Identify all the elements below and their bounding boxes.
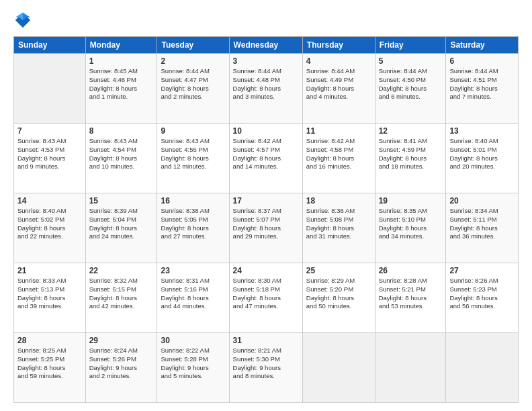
calendar-cell: 7Sunrise: 8:43 AM Sunset: 4:53 PM Daylig… bbox=[14, 124, 86, 193]
day-details: Sunrise: 8:43 AM Sunset: 4:53 PM Dayligh… bbox=[17, 137, 82, 171]
day-number: 22 bbox=[89, 266, 154, 275]
calendar-day-header: Wednesday bbox=[229, 37, 302, 54]
calendar-day-header: Friday bbox=[375, 37, 446, 54]
day-details: Sunrise: 8:41 AM Sunset: 4:59 PM Dayligh… bbox=[379, 137, 443, 171]
calendar-cell: 31Sunrise: 8:21 AM Sunset: 5:30 PM Dayli… bbox=[229, 333, 302, 403]
day-details: Sunrise: 8:44 AM Sunset: 4:51 PM Dayligh… bbox=[449, 67, 515, 101]
calendar-cell: 10Sunrise: 8:42 AM Sunset: 4:57 PM Dayli… bbox=[229, 124, 302, 193]
day-details: Sunrise: 8:42 AM Sunset: 4:57 PM Dayligh… bbox=[233, 137, 299, 171]
day-number: 26 bbox=[379, 266, 443, 275]
calendar-cell: 17Sunrise: 8:37 AM Sunset: 5:07 PM Dayli… bbox=[229, 193, 302, 263]
day-details: Sunrise: 8:43 AM Sunset: 4:54 PM Dayligh… bbox=[89, 137, 154, 171]
calendar-cell: 24Sunrise: 8:30 AM Sunset: 5:18 PM Dayli… bbox=[229, 263, 302, 333]
day-number: 24 bbox=[233, 266, 299, 275]
day-details: Sunrise: 8:21 AM Sunset: 5:30 PM Dayligh… bbox=[233, 347, 299, 381]
calendar-cell: 21Sunrise: 8:33 AM Sunset: 5:13 PM Dayli… bbox=[14, 263, 86, 333]
calendar-cell: 18Sunrise: 8:36 AM Sunset: 5:08 PM Dayli… bbox=[302, 193, 375, 263]
day-number: 8 bbox=[89, 126, 154, 136]
day-number: 30 bbox=[161, 336, 225, 345]
calendar-cell: 27Sunrise: 8:26 AM Sunset: 5:23 PM Dayli… bbox=[446, 263, 519, 333]
calendar-cell: 23Sunrise: 8:31 AM Sunset: 5:16 PM Dayli… bbox=[157, 263, 229, 333]
day-details: Sunrise: 8:39 AM Sunset: 5:04 PM Dayligh… bbox=[89, 207, 154, 241]
day-details: Sunrise: 8:33 AM Sunset: 5:13 PM Dayligh… bbox=[17, 277, 82, 311]
day-number: 19 bbox=[379, 196, 443, 205]
day-number: 6 bbox=[449, 56, 515, 66]
day-number: 5 bbox=[379, 56, 443, 66]
day-details: Sunrise: 8:31 AM Sunset: 5:16 PM Dayligh… bbox=[161, 277, 225, 311]
day-number: 13 bbox=[449, 126, 515, 136]
calendar-cell: 20Sunrise: 8:34 AM Sunset: 5:11 PM Dayli… bbox=[446, 193, 519, 263]
day-details: Sunrise: 8:37 AM Sunset: 5:07 PM Dayligh… bbox=[233, 207, 299, 241]
calendar-cell: 25Sunrise: 8:29 AM Sunset: 5:20 PM Dayli… bbox=[302, 263, 375, 333]
calendar-cell: 3Sunrise: 8:44 AM Sunset: 4:48 PM Daylig… bbox=[229, 54, 302, 124]
day-number: 18 bbox=[306, 196, 371, 205]
calendar-cell: 28Sunrise: 8:25 AM Sunset: 5:25 PM Dayli… bbox=[14, 333, 86, 403]
day-number: 4 bbox=[306, 56, 371, 66]
day-details: Sunrise: 8:45 AM Sunset: 4:46 PM Dayligh… bbox=[89, 67, 154, 101]
day-number: 31 bbox=[233, 336, 299, 345]
day-details: Sunrise: 8:44 AM Sunset: 4:47 PM Dayligh… bbox=[161, 67, 225, 101]
day-details: Sunrise: 8:44 AM Sunset: 4:50 PM Dayligh… bbox=[379, 67, 443, 101]
day-number: 15 bbox=[89, 196, 154, 205]
day-details: Sunrise: 8:42 AM Sunset: 4:58 PM Dayligh… bbox=[306, 137, 371, 171]
calendar-cell: 2Sunrise: 8:44 AM Sunset: 4:47 PM Daylig… bbox=[157, 54, 229, 124]
day-details: Sunrise: 8:44 AM Sunset: 4:48 PM Dayligh… bbox=[233, 67, 299, 101]
calendar-day-header: Saturday bbox=[446, 37, 519, 54]
day-details: Sunrise: 8:29 AM Sunset: 5:20 PM Dayligh… bbox=[306, 277, 371, 311]
day-details: Sunrise: 8:34 AM Sunset: 5:11 PM Dayligh… bbox=[449, 207, 515, 241]
day-details: Sunrise: 8:40 AM Sunset: 5:02 PM Dayligh… bbox=[17, 207, 82, 241]
calendar-cell: 4Sunrise: 8:44 AM Sunset: 4:49 PM Daylig… bbox=[302, 54, 375, 124]
day-number: 12 bbox=[379, 126, 443, 136]
day-details: Sunrise: 8:35 AM Sunset: 5:10 PM Dayligh… bbox=[379, 207, 443, 241]
day-number: 20 bbox=[449, 196, 515, 205]
calendar-header-row: SundayMondayTuesdayWednesdayThursdayFrid… bbox=[14, 37, 519, 54]
calendar-cell: 13Sunrise: 8:40 AM Sunset: 5:01 PM Dayli… bbox=[446, 124, 519, 193]
day-details: Sunrise: 8:22 AM Sunset: 5:28 PM Dayligh… bbox=[161, 347, 225, 381]
logo bbox=[13, 11, 35, 30]
day-number: 28 bbox=[17, 336, 82, 345]
day-number: 23 bbox=[161, 266, 225, 275]
day-number: 17 bbox=[233, 196, 299, 205]
calendar-cell: 15Sunrise: 8:39 AM Sunset: 5:04 PM Dayli… bbox=[85, 193, 157, 263]
calendar-week-row: 28Sunrise: 8:25 AM Sunset: 5:25 PM Dayli… bbox=[14, 333, 519, 403]
logo-icon bbox=[13, 11, 32, 30]
calendar-cell: 12Sunrise: 8:41 AM Sunset: 4:59 PM Dayli… bbox=[375, 124, 446, 193]
day-details: Sunrise: 8:38 AM Sunset: 5:05 PM Dayligh… bbox=[161, 207, 225, 241]
calendar-cell: 29Sunrise: 8:24 AM Sunset: 5:26 PM Dayli… bbox=[85, 333, 157, 403]
page-header bbox=[13, 11, 519, 30]
calendar-week-row: 1Sunrise: 8:45 AM Sunset: 4:46 PM Daylig… bbox=[14, 54, 519, 124]
calendar-cell: 6Sunrise: 8:44 AM Sunset: 4:51 PM Daylig… bbox=[446, 54, 519, 124]
day-number: 2 bbox=[161, 56, 225, 66]
day-number: 14 bbox=[17, 196, 82, 205]
day-number: 29 bbox=[89, 336, 154, 345]
day-number: 9 bbox=[161, 126, 225, 136]
day-details: Sunrise: 8:28 AM Sunset: 5:21 PM Dayligh… bbox=[379, 277, 443, 311]
day-number: 1 bbox=[89, 56, 154, 66]
day-details: Sunrise: 8:44 AM Sunset: 4:49 PM Dayligh… bbox=[306, 67, 371, 101]
calendar-cell: 8Sunrise: 8:43 AM Sunset: 4:54 PM Daylig… bbox=[85, 124, 157, 193]
day-details: Sunrise: 8:40 AM Sunset: 5:01 PM Dayligh… bbox=[449, 137, 515, 171]
day-number: 10 bbox=[233, 126, 299, 136]
day-number: 27 bbox=[449, 266, 515, 275]
day-details: Sunrise: 8:43 AM Sunset: 4:55 PM Dayligh… bbox=[161, 137, 225, 171]
calendar-cell: 26Sunrise: 8:28 AM Sunset: 5:21 PM Dayli… bbox=[375, 263, 446, 333]
day-details: Sunrise: 8:26 AM Sunset: 5:23 PM Dayligh… bbox=[449, 277, 515, 311]
calendar-cell: 5Sunrise: 8:44 AM Sunset: 4:50 PM Daylig… bbox=[375, 54, 446, 124]
calendar-day-header: Sunday bbox=[14, 37, 86, 54]
day-number: 3 bbox=[233, 56, 299, 66]
calendar-week-row: 14Sunrise: 8:40 AM Sunset: 5:02 PM Dayli… bbox=[14, 193, 519, 263]
calendar-day-header: Monday bbox=[85, 37, 157, 54]
day-number: 25 bbox=[306, 266, 371, 275]
day-number: 21 bbox=[17, 266, 82, 275]
calendar-cell: 30Sunrise: 8:22 AM Sunset: 5:28 PM Dayli… bbox=[157, 333, 229, 403]
calendar-cell: 16Sunrise: 8:38 AM Sunset: 5:05 PM Dayli… bbox=[157, 193, 229, 263]
calendar-cell: 1Sunrise: 8:45 AM Sunset: 4:46 PM Daylig… bbox=[85, 54, 157, 124]
day-details: Sunrise: 8:36 AM Sunset: 5:08 PM Dayligh… bbox=[306, 207, 371, 241]
calendar-cell: 19Sunrise: 8:35 AM Sunset: 5:10 PM Dayli… bbox=[375, 193, 446, 263]
day-number: 7 bbox=[17, 126, 82, 136]
day-details: Sunrise: 8:32 AM Sunset: 5:15 PM Dayligh… bbox=[89, 277, 154, 311]
calendar-week-row: 7Sunrise: 8:43 AM Sunset: 4:53 PM Daylig… bbox=[14, 124, 519, 193]
calendar-cell: 9Sunrise: 8:43 AM Sunset: 4:55 PM Daylig… bbox=[157, 124, 229, 193]
day-details: Sunrise: 8:24 AM Sunset: 5:26 PM Dayligh… bbox=[89, 347, 154, 381]
day-number: 16 bbox=[161, 196, 225, 205]
